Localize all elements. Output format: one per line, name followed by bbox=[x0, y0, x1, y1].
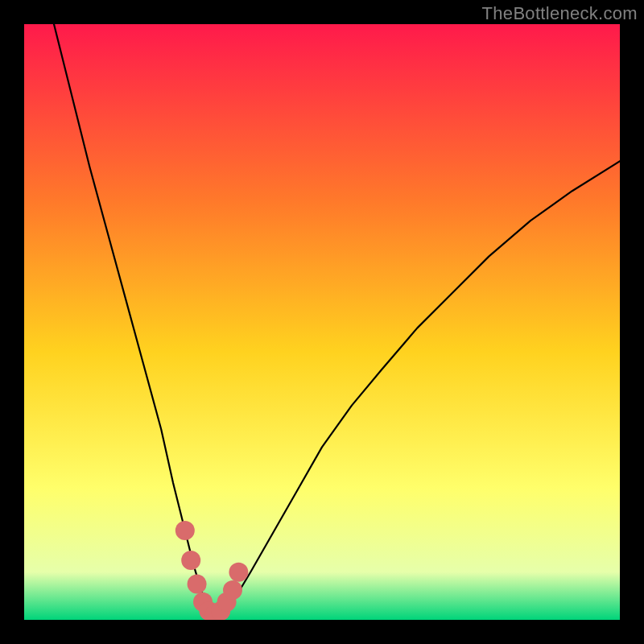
marker-dot bbox=[181, 551, 200, 570]
marker-dot bbox=[175, 521, 195, 540]
watermark-text: TheBottleneck.com bbox=[482, 3, 638, 24]
chart-container: TheBottleneck.com bbox=[0, 0, 644, 644]
marker-dot bbox=[229, 563, 248, 582]
marker-dot bbox=[223, 580, 242, 600]
bottleneck-chart bbox=[24, 24, 620, 620]
plot-area bbox=[24, 24, 620, 620]
marker-dot bbox=[188, 575, 207, 594]
gradient-background bbox=[24, 24, 620, 620]
